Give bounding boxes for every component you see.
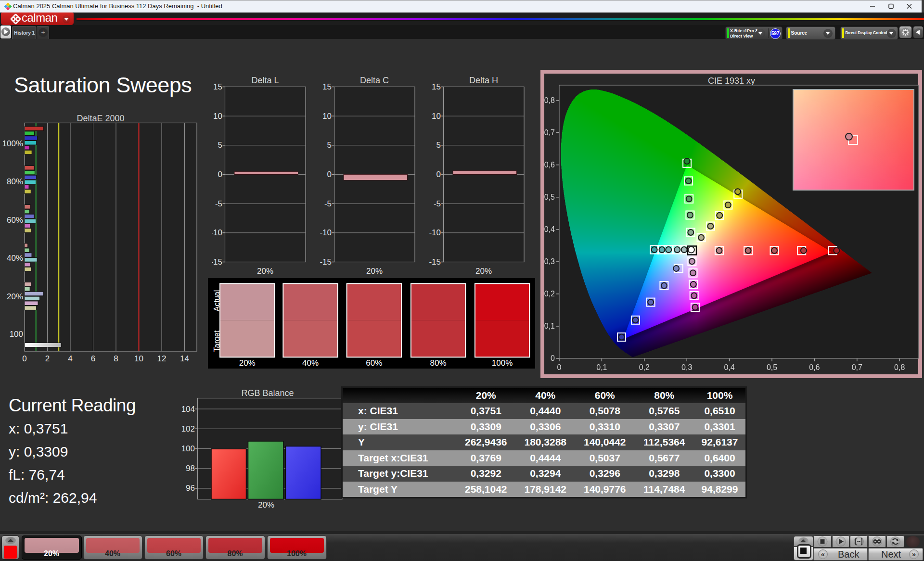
svg-text:0,1: 0,1 — [596, 363, 607, 371]
svg-text:2: 2 — [45, 354, 50, 363]
svg-text:-10: -10 — [320, 228, 332, 237]
svg-text:8: 8 — [114, 354, 118, 363]
svg-text:40%: 40% — [7, 254, 23, 263]
svg-text:96: 96 — [186, 484, 195, 493]
svg-text:0: 0 — [436, 170, 441, 179]
svg-text:80%: 80% — [430, 358, 447, 368]
svg-text:15: 15 — [322, 82, 332, 91]
svg-text:0,8: 0,8 — [544, 96, 555, 104]
svg-text:10: 10 — [134, 354, 143, 363]
svg-text:0,6: 0,6 — [809, 363, 820, 371]
svg-text:10: 10 — [432, 112, 441, 121]
svg-text:100: 100 — [10, 330, 23, 339]
svg-text:40%: 40% — [302, 358, 319, 368]
svg-text:98: 98 — [186, 464, 195, 473]
svg-text:0: 0 — [551, 354, 555, 362]
svg-text:-5: -5 — [215, 199, 222, 208]
svg-text:0,4: 0,4 — [544, 225, 555, 233]
svg-text:10: 10 — [322, 112, 332, 121]
svg-text:0,2: 0,2 — [639, 363, 650, 371]
svg-text:5: 5 — [327, 140, 332, 150]
svg-text:0,3: 0,3 — [544, 257, 555, 266]
svg-text:12: 12 — [157, 354, 167, 363]
svg-text:0,5: 0,5 — [767, 363, 777, 371]
svg-text:-10: -10 — [212, 228, 222, 237]
svg-text:0: 0 — [557, 363, 562, 371]
svg-text:-10: -10 — [429, 228, 441, 237]
svg-text:0,5: 0,5 — [544, 193, 555, 201]
svg-text:20%: 20% — [239, 358, 256, 368]
svg-text:20%: 20% — [258, 500, 274, 510]
svg-text:14: 14 — [180, 354, 189, 363]
svg-text:20%: 20% — [475, 267, 492, 276]
svg-text:0: 0 — [22, 354, 26, 363]
svg-text:100: 100 — [181, 444, 195, 453]
svg-text:60%: 60% — [7, 216, 23, 225]
svg-text:15: 15 — [432, 82, 441, 91]
svg-text:104: 104 — [181, 405, 195, 414]
svg-text:4: 4 — [68, 354, 72, 363]
svg-text:20%: 20% — [257, 267, 273, 276]
svg-text:5: 5 — [218, 140, 222, 150]
svg-text:0: 0 — [327, 170, 332, 179]
svg-text:80%: 80% — [7, 177, 23, 186]
svg-text:-5: -5 — [324, 199, 332, 208]
svg-text:0,1: 0,1 — [544, 322, 555, 330]
svg-text:0: 0 — [218, 170, 222, 179]
svg-text:-5: -5 — [434, 199, 441, 208]
svg-text:-15: -15 — [429, 257, 441, 267]
svg-text:Delta L: Delta L — [251, 76, 279, 85]
svg-text:20%: 20% — [7, 292, 23, 301]
svg-text:6: 6 — [91, 354, 95, 363]
svg-text:5: 5 — [436, 140, 441, 150]
svg-text:0,2: 0,2 — [544, 290, 555, 298]
svg-text:100%: 100% — [492, 358, 513, 368]
svg-text:Delta C: Delta C — [360, 76, 389, 85]
svg-text:0,7: 0,7 — [544, 128, 555, 137]
svg-text:0,4: 0,4 — [724, 363, 734, 371]
svg-text:0,8: 0,8 — [894, 363, 905, 371]
svg-text:100%: 100% — [2, 139, 23, 148]
svg-text:20%: 20% — [366, 267, 383, 276]
svg-text:10: 10 — [213, 112, 222, 121]
svg-text:60%: 60% — [366, 358, 382, 368]
svg-text:-15: -15 — [212, 257, 222, 267]
svg-text:0,6: 0,6 — [544, 161, 555, 169]
svg-text:102: 102 — [181, 424, 195, 434]
svg-text:0,3: 0,3 — [681, 363, 692, 371]
svg-text:Delta H: Delta H — [469, 76, 498, 85]
svg-text:0,7: 0,7 — [852, 363, 862, 371]
svg-text:15: 15 — [213, 82, 222, 91]
svg-text:-15: -15 — [320, 257, 332, 267]
